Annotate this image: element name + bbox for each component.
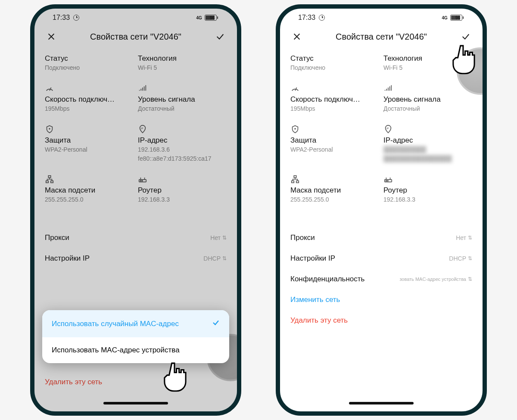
ip-pin-icon: IP: [383, 123, 472, 135]
svg-text:IP: IP: [386, 127, 389, 130]
shield-icon: [290, 123, 379, 135]
popup-option-device-mac[interactable]: Использовать MAC-адрес устройства: [42, 337, 229, 363]
cell-status: Статус Подключено: [290, 50, 379, 79]
svg-rect-2: [48, 175, 51, 177]
row-proxy[interactable]: Прокси Нет⇅: [45, 227, 227, 248]
page-title: Свойства сети "V2046": [302, 32, 460, 42]
check-icon: [212, 319, 220, 329]
status-time: 17:33: [53, 14, 70, 22]
statusbar: 17:33 4G 96: [280, 9, 483, 27]
link-edit-network[interactable]: Изменить сеть: [290, 289, 472, 310]
close-icon[interactable]: [46, 31, 57, 42]
updown-icon: ⇅: [468, 255, 472, 261]
cell-router: Роутер 192.168.3.3: [383, 170, 472, 211]
page-header: Свойства сети "V2046": [34, 27, 237, 50]
alarm-icon: [73, 15, 79, 21]
router-icon: [138, 173, 227, 185]
shield-icon: [45, 123, 134, 135]
phone-left: 17:33 4G 96 Свойства сети "V2046" Статус: [30, 4, 241, 416]
updown-icon: ⇅: [468, 276, 472, 282]
speedometer-icon: [290, 82, 379, 94]
alarm-icon: [319, 15, 325, 21]
ip-pin-icon: IP: [138, 123, 227, 135]
confirm-icon[interactable]: [460, 31, 471, 42]
svg-point-15: [387, 180, 388, 181]
cell-speed: Скорость подключ… 195Mbps: [290, 79, 379, 120]
home-indicator[interactable]: [349, 402, 414, 404]
svg-point-6: [140, 180, 141, 181]
updown-icon: ⇅: [222, 255, 227, 261]
svg-point-8: [295, 128, 296, 129]
battery-percent: 96: [210, 16, 215, 20]
cell-speed: Скорость подключ… 195Mbps: [45, 79, 134, 120]
mac-popup: Использовать случайный MAC-адрес Использ…: [42, 310, 229, 363]
network-icon: [290, 173, 379, 185]
cell-security: Защита WPA2-Personal: [45, 120, 134, 170]
cell-tech: Технология Wi-Fi 5: [138, 50, 227, 79]
speedometer-icon: [45, 82, 134, 94]
svg-rect-3: [46, 180, 49, 183]
updown-icon: ⇅: [222, 235, 227, 241]
svg-point-7: [142, 180, 143, 181]
ip-value-blurred: ██████████: [383, 146, 472, 154]
statusbar: 17:33 4G 96: [34, 9, 237, 27]
status-network: 4G: [196, 16, 202, 20]
signal-bars-icon: [138, 82, 227, 94]
router-icon: [383, 173, 472, 185]
cell-router: Роутер 192.168.3.3: [138, 170, 227, 211]
cell-ip: IP IP-адрес 192.168.3.6 fe80::a8e7:d173:…: [138, 120, 227, 170]
confirm-icon[interactable]: [215, 31, 226, 42]
cell-signal: Уровень сигнала Достаточный: [138, 79, 227, 120]
row-proxy[interactable]: Прокси Нет⇅: [290, 227, 472, 248]
row-privacy[interactable]: Конфиденциальность зовать MAC-адрес устр…: [290, 269, 472, 289]
cell-security: Защита WPA2-Personal: [290, 120, 379, 170]
link-delete-network[interactable]: Удалить эту сеть: [45, 378, 102, 386]
signal-bars-icon: [383, 82, 472, 94]
svg-rect-4: [51, 180, 53, 183]
close-icon[interactable]: [291, 31, 302, 42]
svg-text:IP: IP: [141, 127, 143, 130]
battery-percent: 96: [455, 16, 460, 20]
updown-icon: ⇅: [468, 235, 472, 241]
cell-signal: Уровень сигнала Достаточный: [383, 79, 472, 120]
cell-subnet: Маска подсети 255.255.255.0: [290, 170, 379, 211]
row-ip-settings[interactable]: Настройки IP DHCP⇅: [45, 248, 227, 269]
home-indicator[interactable]: [103, 402, 168, 404]
network-icon: [45, 173, 134, 185]
popup-option-random-mac[interactable]: Использовать случайный MAC-адрес: [42, 310, 229, 337]
row-ip-settings[interactable]: Настройки IP DHCP⇅: [290, 248, 472, 269]
svg-point-14: [386, 180, 387, 181]
content: Статус Подключено Технология Wi-Fi 5 Ско…: [280, 50, 483, 411]
svg-rect-11: [292, 180, 294, 183]
cell-subnet: Маска подсети 255.255.255.0: [45, 170, 134, 211]
cell-status: Статус Подключено: [45, 50, 134, 79]
svg-point-0: [49, 128, 50, 129]
phone-right: 17:33 4G 96 Свойства сети "V2046" Статус: [276, 4, 487, 416]
status-network: 4G: [442, 16, 448, 20]
link-delete-network[interactable]: Удалить эту сеть: [290, 310, 472, 331]
svg-rect-12: [296, 180, 299, 183]
status-time: 17:33: [298, 14, 315, 22]
page-title: Свойства сети "V2046": [57, 32, 215, 42]
page-header: Свойства сети "V2046": [280, 27, 483, 50]
cell-ip: IP IP-адрес ██████████ ████████████████: [383, 120, 472, 170]
svg-rect-10: [294, 175, 296, 177]
